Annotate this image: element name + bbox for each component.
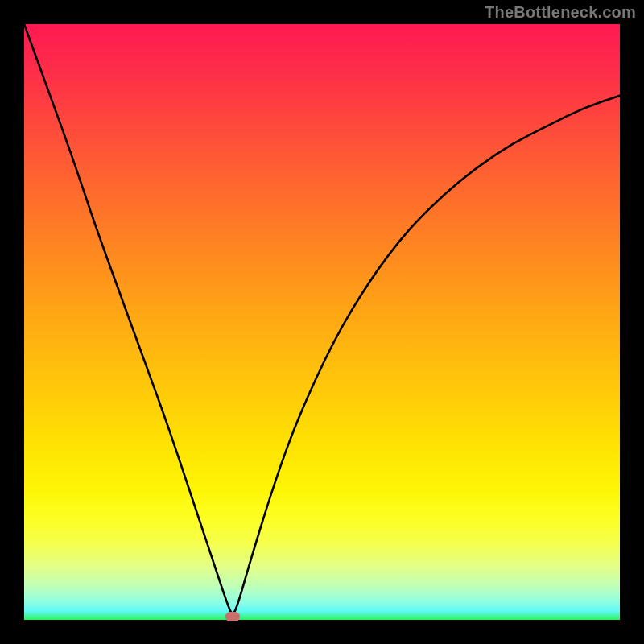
- bottleneck-curve: [24, 24, 620, 620]
- chart-plot-area: [24, 24, 620, 620]
- plot-outer-border: [24, 24, 620, 620]
- watermark-text: TheBottleneck.com: [485, 3, 636, 22]
- chart-frame: TheBottleneck.com: [0, 0, 644, 644]
- minimum-marker: [225, 612, 240, 621]
